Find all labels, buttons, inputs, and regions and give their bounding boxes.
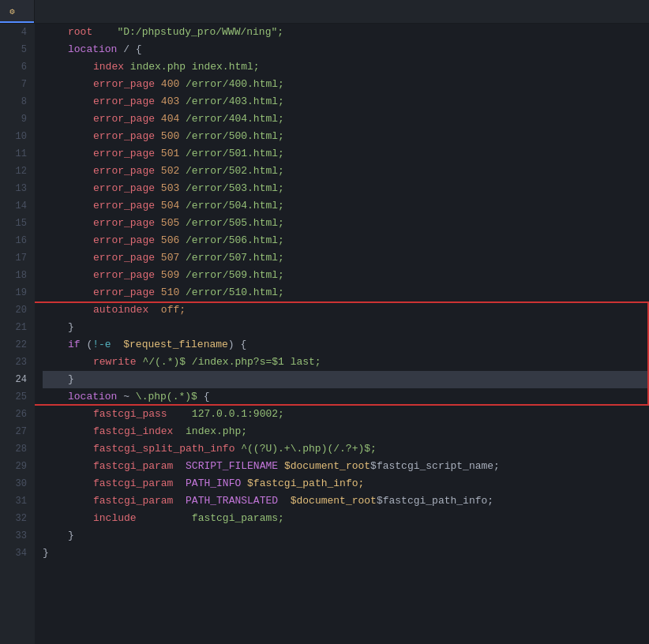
code-token: index — [93, 58, 124, 76]
code-token: index.php index.html; — [130, 58, 260, 76]
code-token: 127.0.0.1:9002; — [192, 406, 284, 423]
code-token: /error/404.html; — [186, 110, 284, 128]
code-token: 504 — [161, 197, 179, 215]
code-token: \.php(.*)$ — [136, 388, 197, 406]
line-number-5: 5 — [6, 41, 27, 58]
code-line-26: fastcgi_pass 127.0.0.1:9002; — [43, 406, 649, 423]
code-line-34: } — [43, 545, 649, 562]
code-line-19: error_page 510 /error/510.html; — [43, 284, 649, 301]
line-number-31: 31 — [6, 492, 27, 510]
line-number-23: 23 — [6, 354, 27, 371]
code-line-8: error_page 403 /error/403.html; — [43, 93, 649, 110]
line-number-20: 20 — [6, 301, 27, 319]
code-line-33: } — [43, 527, 649, 545]
code-token — [179, 197, 186, 215]
line-number-7: 7 — [6, 76, 27, 93]
line-number-14: 14 — [6, 197, 27, 215]
line-number-30: 30 — [6, 475, 27, 492]
line-number-12: 12 — [6, 163, 27, 180]
code-token — [155, 145, 161, 163]
line-number-34: 34 — [6, 545, 27, 562]
code-token: /error/507.html; — [186, 249, 284, 267]
code-line-4: root "D:/phpstudy_pro/WWW/ning"; — [43, 24, 649, 41]
code-line-29: fastcgi_param SCRIPT_FILENAME $document_… — [43, 458, 649, 475]
code-line-32: include fastcgi_params; — [43, 510, 649, 527]
code-token — [155, 76, 161, 93]
code-line-23: rewrite ^/(.*)$ /index.php?s=$1 last; — [43, 354, 649, 371]
code-token: 506 — [161, 232, 179, 249]
code-token: if — [68, 336, 81, 354]
code-token: } — [68, 527, 74, 545]
code-token: error_page — [93, 197, 155, 215]
code-line-24: } — [43, 371, 649, 388]
line-number-8: 8 — [6, 93, 27, 110]
code-token — [179, 76, 186, 93]
code-line-21: } — [43, 319, 649, 336]
code-token: fastcgi_pass — [93, 406, 167, 423]
line-number-9: 9 — [6, 110, 27, 128]
code-token: location — [68, 41, 117, 58]
code-token: / { — [117, 41, 141, 58]
code-token: /error/504.html; — [186, 197, 284, 215]
code-token: /error/500.html; — [186, 128, 284, 145]
code-line-18: error_page 509 /error/509.html; — [43, 267, 649, 284]
code-token — [173, 492, 186, 510]
code-token — [155, 197, 161, 215]
code-token: fastcgi_index — [93, 423, 173, 440]
code-token — [167, 406, 192, 423]
code-line-22: if (!-e $request_filename) { — [43, 336, 649, 354]
code-token: $request_filename — [123, 336, 228, 354]
code-token: /error/509.html; — [186, 267, 284, 284]
code-token — [234, 440, 241, 458]
line-number-13: 13 — [6, 180, 27, 197]
code-token: ( — [81, 336, 93, 354]
code-token — [111, 336, 124, 354]
code-token — [179, 284, 186, 301]
code-token: error_page — [93, 76, 155, 93]
code-token: fastcgi_params; — [192, 510, 284, 527]
code-token — [155, 93, 161, 110]
line-number-4: 4 — [6, 24, 27, 41]
code-token: } — [68, 319, 74, 336]
code-token — [155, 163, 161, 180]
code-token: /error/510.html; — [186, 284, 284, 301]
code-token — [241, 475, 247, 492]
code-token: ^/(.*)$ /index.php?s=$1 last; — [142, 354, 321, 371]
code-token: /error/403.html; — [186, 93, 284, 110]
code-line-11: error_page 501 /error/501.html; — [43, 145, 649, 163]
code-line-14: error_page 504 /error/504.html; — [43, 197, 649, 215]
code-token: error_page — [93, 232, 155, 249]
code-token — [148, 301, 161, 319]
code-token: $document_root — [291, 492, 377, 510]
line-number-16: 16 — [6, 232, 27, 249]
code-token: 500 — [161, 128, 179, 145]
line-number-18: 18 — [6, 267, 27, 284]
code-token: $fastcgi_path_info; — [247, 475, 364, 492]
code-token: } — [43, 545, 49, 562]
line-number-32: 32 — [6, 510, 27, 527]
line-number-11: 11 — [6, 145, 27, 163]
code-token: error_page — [93, 249, 155, 267]
code-line-25: location ~ \.php(.*)$ { — [43, 388, 649, 406]
code-token — [155, 128, 161, 145]
code-token: location — [68, 388, 117, 406]
line-number-19: 19 — [6, 284, 27, 301]
code-token — [179, 163, 186, 180]
code-token: $fastcgi_path_info; — [377, 492, 493, 510]
code-token — [179, 267, 186, 284]
code-token: PATH_INFO — [186, 475, 241, 492]
code-token: { — [197, 388, 210, 406]
code-token: root — [68, 24, 92, 41]
tab-file[interactable]: ⚙ — [0, 0, 35, 23]
code-line-30: fastcgi_param PATH_INFO $fastcgi_path_in… — [43, 475, 649, 492]
line-number-27: 27 — [6, 423, 27, 440]
code-token: error_page — [93, 163, 155, 180]
line-number-28: 28 — [6, 440, 27, 458]
code-token: index.php; — [186, 423, 247, 440]
line-number-29: 29 — [6, 458, 27, 475]
code-token — [137, 354, 143, 371]
code-token: /error/503.html; — [186, 180, 284, 197]
code-content[interactable]: root "D:/phpstudy_pro/WWW/ning";location… — [35, 24, 649, 644]
code-line-16: error_page 506 /error/506.html; — [43, 232, 649, 249]
code-token: autoindex — [93, 301, 148, 319]
